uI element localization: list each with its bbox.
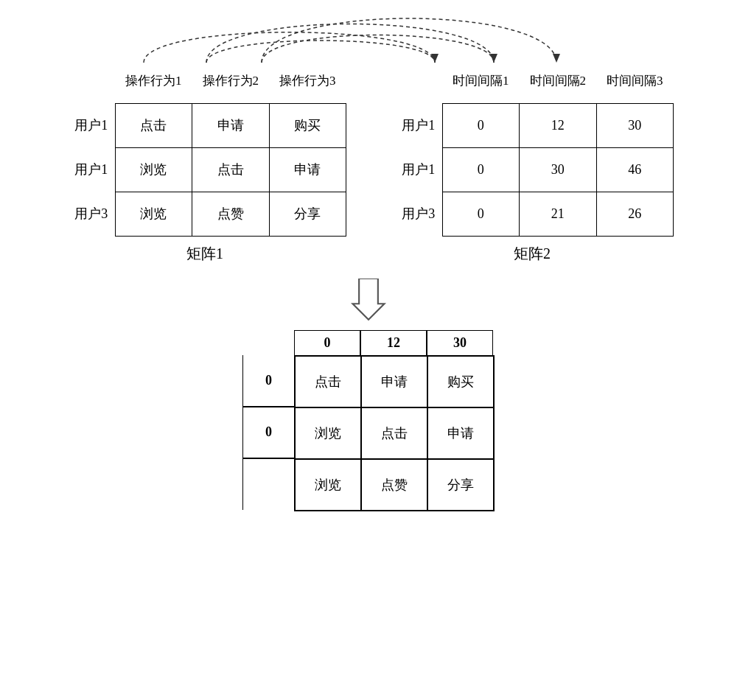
merged-cell-2-1: 点赞 [361, 459, 427, 511]
matrix2-cell-0-1: 12 [520, 103, 597, 147]
matrix1-cell-1-2: 申请 [269, 147, 346, 192]
down-arrow-icon [350, 279, 387, 323]
side-nums: 0 0 [242, 355, 294, 511]
matrix2-container: 时间间隔1 时间间隔2 时间间隔3 用户101230用户103046用户3021… [391, 59, 674, 264]
matrix1-cell-0-2: 购买 [269, 103, 346, 147]
arrow-section [0, 279, 737, 323]
matrix2-header-1: 时间间隔1 [442, 59, 520, 103]
matrix2-cell-1-2: 46 [596, 147, 674, 192]
merged-cell-2-2: 分享 [427, 459, 494, 511]
merged-inner-table: 点击申请购买浏览点击申请浏览点赞分享 [294, 355, 495, 511]
matrix1-cell-0-0: 点击 [115, 103, 192, 147]
top-num-2: 30 [427, 330, 493, 355]
matrix1-cell-1-1: 点击 [192, 147, 270, 192]
matrix2-cell-2-0: 0 [442, 192, 520, 236]
merged-cell-1-0: 浏览 [295, 407, 361, 459]
top-num-1: 12 [360, 330, 427, 355]
matrix2-table: 时间间隔1 时间间隔2 时间间隔3 用户101230用户103046用户3021… [391, 59, 674, 237]
matrix1-cell-1-0: 浏览 [115, 147, 192, 192]
matrix1-header-1: 操作行为1 [115, 59, 192, 103]
matrix2-cell-1-1: 30 [520, 147, 597, 192]
matrix2-cell-0-2: 30 [596, 103, 674, 147]
merged-cell-0-1: 申请 [361, 356, 427, 407]
merged-cell-1-1: 点击 [361, 407, 427, 459]
side-num-empty [242, 458, 294, 510]
top-nums: 0 12 30 [294, 330, 495, 355]
bottom-section: 0 12 30 0 0 点击申请购买浏览点击申请浏览点赞分享 [0, 330, 737, 511]
matrix2-row-header-2: 用户3 [391, 192, 442, 236]
matrix1-header-3: 操作行为3 [269, 59, 346, 103]
merged-cell-0-0: 点击 [295, 356, 361, 407]
matrix2-cell-2-1: 21 [520, 192, 597, 236]
matrix1-label: 矩阵1 [186, 244, 223, 264]
matrix2-label: 矩阵2 [514, 244, 551, 264]
matrix2-row-header-1: 用户1 [391, 147, 442, 192]
merged-cell-0-2: 购买 [427, 356, 494, 407]
matrix1-table: 操作行为1 操作行为2 操作行为3 用户1点击申请购买用户1浏览点击申请用户3浏… [63, 59, 346, 237]
matrix1-row-header-2: 用户3 [63, 192, 115, 236]
merged-container: 0 12 30 0 0 点击申请购买浏览点击申请浏览点赞分享 [242, 330, 495, 511]
merged-cell-2-0: 浏览 [295, 459, 361, 511]
matrix1-cell-0-1: 申请 [192, 103, 270, 147]
side-num-1: 0 [242, 407, 294, 458]
merged-cell-1-2: 申请 [427, 407, 494, 459]
matrix1-cell-2-0: 浏览 [115, 192, 192, 236]
svg-marker-3 [353, 279, 385, 320]
merged-table-wrapper: 0 0 点击申请购买浏览点击申请浏览点赞分享 [242, 355, 495, 511]
side-num-0: 0 [242, 355, 294, 407]
matrix2-cell-2-2: 26 [596, 192, 674, 236]
matrix2-header-3: 时间间隔3 [596, 59, 674, 103]
matrix2-row-header-0: 用户1 [391, 103, 442, 147]
matrix2-cell-0-0: 0 [442, 103, 520, 147]
matrix1-container: 操作行为1 操作行为2 操作行为3 用户1点击申请购买用户1浏览点击申请用户3浏… [63, 59, 346, 264]
matrix2-header-2: 时间间隔2 [520, 59, 597, 103]
matrix1-row-header-0: 用户1 [63, 103, 115, 147]
matrix1-header-2: 操作行为2 [192, 59, 270, 103]
matrix1-row-header-1: 用户1 [63, 147, 115, 192]
matrix2-cell-1-0: 0 [442, 147, 520, 192]
matrix1-cell-2-2: 分享 [269, 192, 346, 236]
matrix1-cell-2-1: 点赞 [192, 192, 270, 236]
top-section: 操作行为1 操作行为2 操作行为3 用户1点击申请购买用户1浏览点击申请用户3浏… [0, 0, 737, 264]
top-num-0: 0 [294, 330, 360, 355]
